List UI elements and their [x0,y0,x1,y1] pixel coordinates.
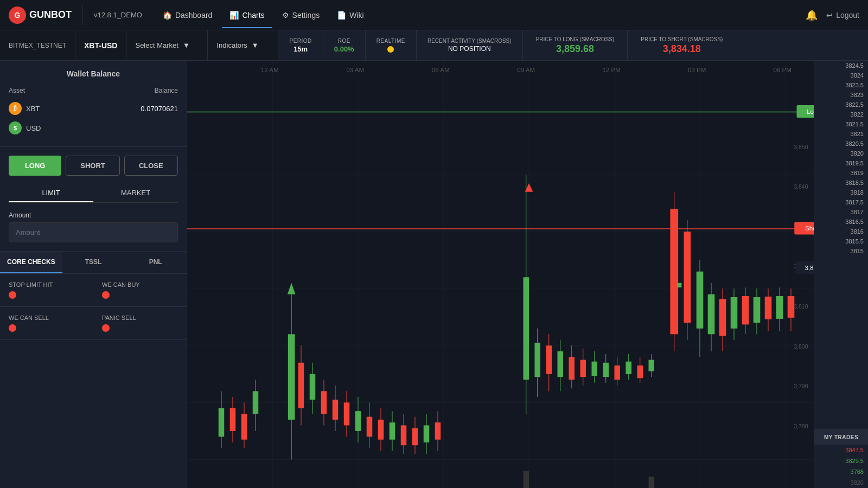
amount-input[interactable] [9,222,178,242]
svg-rect-51 [310,374,316,400]
price-ladder-top: 3824.5 3824 3823.5 3823 3822.5 3822 3821… [814,61,868,429]
ladder-3817-5[interactable]: 3817.5 [814,197,868,207]
close-button[interactable]: CLOSE [124,156,178,176]
nav-label-charts: Charts [242,11,264,20]
tab-limit[interactable]: LIMIT [9,184,93,202]
svg-rect-55 [333,400,339,420]
svg-rect-98 [649,360,655,371]
svg-rect-96 [637,365,643,378]
btc-icon: ₿ [9,102,22,115]
ladder-trade-3847[interactable]: 3847.5 [814,445,868,455]
svg-rect-109 [719,299,726,336]
we-can-buy-dot [102,291,110,299]
tab-tssl[interactable]: TSSL [62,252,125,273]
svg-rect-45 [241,414,247,439]
long-button[interactable]: LONG [9,156,61,176]
xbt-label: XBT [26,105,136,113]
svg-rect-111 [731,297,738,329]
ladder-3824-5[interactable]: 3824.5 [814,61,868,70]
ladder-trade-3768[interactable]: 3768 [814,466,868,477]
svg-text:12 PM: 12 PM [603,67,621,73]
stop-limit-dot [9,291,16,299]
svg-rect-84 [569,357,575,380]
select-market-dropdown[interactable]: Select Market ▼ [126,30,208,60]
ladder-3818-5[interactable]: 3818.5 [814,178,868,188]
ladder-3818[interactable]: 3818 [814,188,868,197]
logout-button[interactable]: ↩ Logout [826,11,859,20]
order-section: LONG SHORT CLOSE LIMIT MARKET Amount [0,147,187,252]
ladder-3821-5[interactable]: 3821.5 [814,119,868,129]
sub-header: BITMEX_TESTNET XBT-USD Select Market ▼ I… [0,30,868,61]
ladder-3824[interactable]: 3824 [814,70,868,80]
ladder-3819[interactable]: 3819 [814,168,868,178]
svg-text:Long: Long [807,108,814,115]
tab-pnl[interactable]: PNL [124,252,187,273]
nav-item-dashboard[interactable]: 🏠 Dashboard [155,7,220,24]
short-button[interactable]: SHORT [66,156,119,176]
check-panic-sell: PANIC SELL [93,307,187,340]
app-name: GUNBOT [29,9,72,21]
svg-rect-92 [615,365,621,380]
svg-rect-0 [187,61,814,488]
nav-item-settings[interactable]: ⚙ Settings [275,7,328,24]
realtime-stat: REALTIME [366,30,417,60]
pair-label: XBT-USD [75,30,126,60]
svg-rect-82 [558,351,564,377]
svg-rect-39 [288,334,295,420]
tab-core-checks[interactable]: CORE CHECKS [0,252,62,273]
balance-col-header: Balance [155,87,178,94]
svg-text:06 AM: 06 AM [432,67,450,73]
ladder-3815-5[interactable]: 3815.5 [814,236,868,246]
ladder-3817[interactable]: 3817 [814,207,868,217]
ladder-3816-5[interactable]: 3816.5 [814,217,868,227]
svg-rect-113 [742,296,749,325]
svg-text:3,800: 3,800 [794,343,808,350]
ladder-3820-5[interactable]: 3820.5 [814,139,868,149]
svg-rect-53 [321,391,327,414]
svg-rect-49 [298,363,304,408]
svg-rect-43 [230,408,236,431]
ladder-3820[interactable]: 3820 [814,149,868,158]
svg-rect-115 [754,297,761,323]
svg-rect-88 [592,362,598,376]
bell-icon[interactable]: 🔔 [806,9,818,21]
svg-text:3,820: 3,820 [805,265,814,271]
ladder-3815[interactable]: 3815 [814,246,868,256]
indicators-dropdown[interactable]: Indicators ▼ [208,30,278,60]
svg-rect-90 [603,363,609,377]
right-panel: 3824.5 3824 3823.5 3823 3822.5 3822 3821… [814,61,868,488]
ladder-3821[interactable]: 3821 [814,129,868,139]
ladder-trade-3829[interactable]: 3829.5 [814,455,868,466]
ladder-3822-5[interactable]: 3822.5 [814,100,868,110]
left-panel: Wallet Balance Asset Balance ₿ XBT 0.070… [0,61,187,488]
svg-text:3,780: 3,780 [794,423,808,429]
nav-item-charts[interactable]: 📊 Charts [222,7,272,24]
wiki-icon: 📄 [337,11,346,20]
wallet-row-usd: $ USD [9,118,178,138]
tab-market[interactable]: MARKET [93,184,178,202]
svg-rect-124 [649,477,655,488]
panic-sell-dot [102,324,110,332]
check-we-can-sell: WE CAN SELL [0,307,93,340]
nav-item-wiki[interactable]: 📄 Wiki [329,7,371,24]
nav-label-settings: Settings [292,11,320,20]
svg-text:3,850: 3,850 [794,144,808,150]
ladder-3823-5[interactable]: 3823.5 [814,80,868,90]
home-icon: 🏠 [163,11,172,20]
logout-label: Logout [836,11,859,20]
ladder-3816[interactable]: 3816 [814,227,868,236]
ladder-trade-3820[interactable]: 3820 [814,477,868,488]
ladder-3823[interactable]: 3823 [814,90,868,100]
svg-rect-105 [697,272,704,329]
nav-label-wiki: Wiki [349,11,363,20]
chevron-down-icon: ▼ [183,41,190,49]
check-stop-limit-hit: STOP LIMIT HIT [0,274,93,307]
svg-rect-57 [344,402,350,425]
ladder-3819-5[interactable]: 3819.5 [814,158,868,168]
amount-label: Amount [9,211,178,219]
xbt-balance: 0.07070621 [141,105,178,113]
nav-divider [82,5,83,25]
chevron-down-icon: ▼ [252,41,259,49]
ladder-3822[interactable]: 3822 [814,110,868,119]
usd-label: USD [26,124,174,132]
